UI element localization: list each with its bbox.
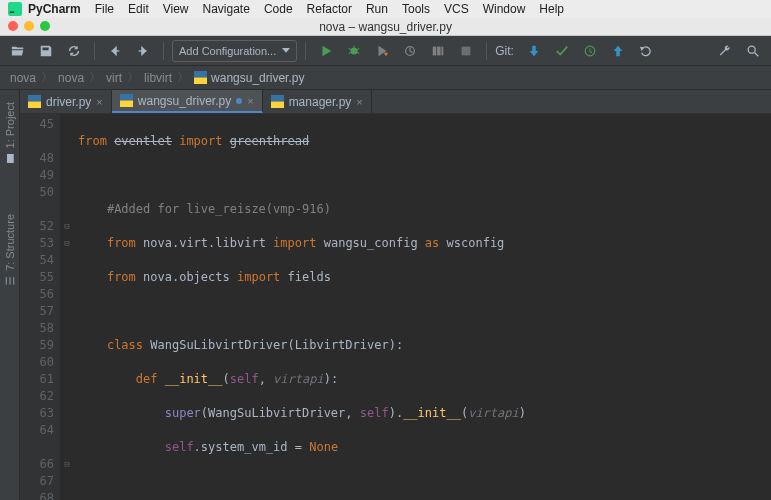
- git-label: Git:: [495, 44, 514, 58]
- concurrency-button[interactable]: [426, 39, 450, 63]
- close-icon[interactable]: ×: [356, 96, 362, 108]
- python-file-icon: [271, 95, 284, 108]
- menu-run[interactable]: Run: [366, 2, 388, 16]
- toolbar-separator: [305, 42, 306, 60]
- arrow-right-icon: [136, 44, 150, 58]
- breadcrumb-item[interactable]: libvirt: [144, 71, 172, 85]
- arrow-down-blue-icon: [527, 44, 541, 58]
- menu-tools[interactable]: Tools: [402, 2, 430, 16]
- menu-navigate[interactable]: Navigate: [203, 2, 250, 16]
- arrow-up-blue-icon: [611, 44, 625, 58]
- main-toolbar: Add Configuration... Git:: [0, 36, 771, 66]
- svg-rect-4: [433, 46, 437, 55]
- ide-settings-button[interactable]: [713, 39, 737, 63]
- git-history-button[interactable]: [606, 39, 630, 63]
- fold-toggle[interactable]: ⊟: [60, 218, 74, 235]
- save-all-button[interactable]: [34, 39, 58, 63]
- window-close-button[interactable]: [8, 21, 18, 31]
- svg-rect-18: [271, 102, 284, 109]
- menu-edit[interactable]: Edit: [128, 2, 149, 16]
- play-icon: [319, 44, 333, 58]
- breadcrumb: nova〉 nova〉 virt〉 libvirt〉 wangsu_driver…: [0, 66, 771, 90]
- python-file-icon: [120, 94, 133, 107]
- breadcrumb-item[interactable]: nova: [58, 71, 84, 85]
- menu-window[interactable]: Window: [483, 2, 526, 16]
- editor-tab[interactable]: manager.py ×: [263, 90, 372, 113]
- window-title: nova – wangsu_driver.py: [319, 20, 452, 34]
- editor-tab[interactable]: wangsu_driver.py ×: [112, 90, 263, 113]
- menu-code[interactable]: Code: [264, 2, 293, 16]
- git-update-button[interactable]: [522, 39, 546, 63]
- menu-vcs[interactable]: VCS: [444, 2, 469, 16]
- close-icon[interactable]: ×: [96, 96, 102, 108]
- profile-button[interactable]: [398, 39, 422, 63]
- app-menu[interactable]: PyCharm: [8, 2, 81, 16]
- window-maximize-button[interactable]: [40, 21, 50, 31]
- tab-label: wangsu_driver.py: [138, 94, 231, 108]
- window-titlebar: nova – wangsu_driver.py: [0, 18, 771, 36]
- svg-rect-7: [462, 46, 471, 55]
- breadcrumb-file[interactable]: wangsu_driver.py: [194, 71, 304, 85]
- line-number-gutter: 4548495052535455565758596061626364666768…: [20, 114, 60, 500]
- fold-toggle[interactable]: ⊟: [60, 456, 74, 473]
- back-button[interactable]: [103, 39, 127, 63]
- svg-rect-0: [8, 2, 22, 16]
- sync-button[interactable]: [62, 39, 86, 63]
- search-everywhere-button[interactable]: [741, 39, 765, 63]
- code-editor[interactable]: 4548495052535455565758596061626364666768…: [20, 114, 771, 500]
- check-green-icon: [555, 44, 569, 58]
- svg-rect-14: [28, 102, 41, 109]
- structure-tool-tab[interactable]: 7: Structure: [2, 208, 18, 293]
- menu-help[interactable]: Help: [539, 2, 564, 16]
- fold-gutter: ⊟ ⊟ ⊟: [60, 114, 74, 500]
- menu-file[interactable]: File: [95, 2, 114, 16]
- breadcrumb-item[interactable]: nova: [10, 71, 36, 85]
- open-button[interactable]: [6, 39, 30, 63]
- threads-icon: [431, 44, 445, 58]
- structure-icon: [4, 275, 16, 287]
- profiler-icon: [403, 44, 417, 58]
- svg-rect-16: [120, 101, 133, 108]
- forward-button[interactable]: [131, 39, 155, 63]
- breadcrumb-item[interactable]: virt: [106, 71, 122, 85]
- coverage-button[interactable]: [370, 39, 394, 63]
- git-compare-button[interactable]: [578, 39, 602, 63]
- save-icon: [39, 44, 53, 58]
- code-content[interactable]: from eventlet import greenthread #Added …: [74, 114, 771, 500]
- svg-rect-5: [437, 46, 441, 55]
- run-configuration-selector[interactable]: Add Configuration...: [172, 40, 297, 62]
- debug-button[interactable]: [342, 39, 366, 63]
- close-icon[interactable]: ×: [247, 95, 253, 107]
- bug-icon: [347, 44, 361, 58]
- macos-menubar: PyCharm File Edit View Navigate Code Ref…: [0, 0, 771, 18]
- chevron-down-icon: [282, 48, 290, 53]
- menu-refactor[interactable]: Refactor: [307, 2, 352, 16]
- git-revert-button[interactable]: [634, 39, 658, 63]
- editor-tabbar: driver.py × wangsu_driver.py × manager.p…: [20, 90, 771, 114]
- git-commit-button[interactable]: [550, 39, 574, 63]
- revert-icon: [639, 44, 653, 58]
- svg-rect-6: [442, 46, 444, 55]
- clock-green-icon: [583, 44, 597, 58]
- project-tool-tab[interactable]: 1: Project: [2, 96, 18, 170]
- run-configuration-label: Add Configuration...: [179, 45, 276, 57]
- svg-rect-10: [194, 71, 207, 78]
- run-button[interactable]: [314, 39, 338, 63]
- svg-rect-11: [194, 78, 207, 85]
- project-icon: [4, 152, 16, 164]
- menu-view[interactable]: View: [163, 2, 189, 16]
- fold-toggle[interactable]: ⊟: [60, 235, 74, 252]
- svg-rect-1: [10, 12, 14, 13]
- window-minimize-button[interactable]: [24, 21, 34, 31]
- svg-point-9: [748, 46, 755, 53]
- refresh-icon: [67, 44, 81, 58]
- toolbar-separator: [163, 42, 164, 60]
- svg-rect-15: [120, 94, 133, 101]
- toolbar-separator: [486, 42, 487, 60]
- toolbar-separator: [94, 42, 95, 60]
- editor-tab[interactable]: driver.py ×: [20, 90, 112, 113]
- stop-button[interactable]: [454, 39, 478, 63]
- play-coverage-icon: [375, 44, 389, 58]
- stop-icon: [459, 44, 473, 58]
- svg-rect-17: [271, 95, 284, 102]
